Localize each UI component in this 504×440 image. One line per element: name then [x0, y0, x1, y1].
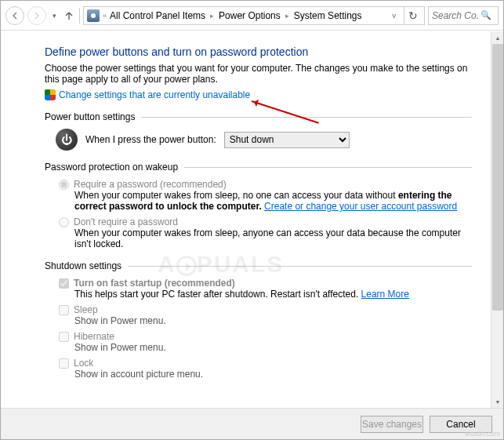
overflow-chevron-icon[interactable]: «: [103, 12, 107, 20]
chevron-right-icon: ▸: [284, 12, 291, 20]
require-password-label: Require a password (recommended): [74, 179, 227, 190]
location-icon: [87, 9, 100, 22]
power-button-label: When I press the power button:: [85, 134, 216, 145]
lock-description: Show in account picture menu.: [74, 369, 472, 380]
content-area: AA PUALSPUALS Define power buttons and t…: [1, 31, 503, 408]
page-description: Choose the power settings that you want …: [45, 63, 472, 85]
address-bar[interactable]: « All Control Panel Items ▸ Power Option…: [83, 6, 425, 25]
breadcrumb-segment[interactable]: All Control Panel Items: [110, 10, 205, 21]
fast-startup-label: Turn on fast startup (recommended): [74, 278, 235, 289]
up-button[interactable]: [62, 7, 76, 24]
change-settings-link[interactable]: Change settings that are currently unava…: [59, 89, 250, 100]
section-title: Shutdown settings: [45, 260, 121, 271]
chevron-right-icon: ▸: [208, 12, 216, 20]
breadcrumb-segment[interactable]: Power Options: [219, 10, 281, 21]
forward-button[interactable]: [27, 6, 46, 25]
page-title: Define power buttons and turn on passwor…: [45, 45, 472, 58]
fast-startup-description: This helps start your PC faster after sh…: [74, 289, 472, 300]
require-password-description: When your computer wakes from sleep, no …: [74, 190, 472, 212]
sleep-checkbox[interactable]: [59, 305, 69, 315]
hibernate-label: Hibernate: [74, 331, 114, 342]
section-title: Power button settings: [45, 111, 135, 122]
lock-label: Lock: [74, 358, 93, 369]
require-password-radio[interactable]: [59, 180, 69, 190]
dialog-footer: Save changes Cancel: [1, 408, 503, 439]
separator: [79, 8, 80, 24]
hibernate-description: Show in Power menu.: [74, 342, 472, 353]
control-panel-window: ▾ « All Control Panel Items ▸ Power Opti…: [0, 0, 504, 440]
no-password-radio[interactable]: [59, 217, 69, 227]
sleep-description: Show in Power menu.: [74, 315, 472, 326]
password-protection-section: Password protection on wakeup Require a …: [45, 162, 472, 249]
sleep-label: Sleep: [74, 304, 98, 315]
back-button[interactable]: [5, 6, 24, 25]
search-icon[interactable]: 🔍: [480, 10, 491, 20]
create-password-link[interactable]: Create or change your user account passw…: [264, 201, 457, 212]
breadcrumb-segment[interactable]: System Settings: [294, 10, 362, 21]
recent-dropdown-icon[interactable]: ▾: [49, 12, 59, 20]
section-title: Password protection on wakeup: [45, 162, 178, 173]
save-button[interactable]: Save changes: [361, 416, 423, 433]
search-box[interactable]: 🔍: [428, 6, 499, 25]
power-button-dropdown[interactable]: Shut down: [224, 132, 350, 148]
uac-shield-icon: [45, 89, 56, 100]
no-password-label: Don't require a password: [74, 216, 178, 227]
refresh-button[interactable]: ↻: [404, 7, 421, 24]
fast-startup-checkbox[interactable]: [59, 278, 69, 289]
hibernate-checkbox[interactable]: [59, 332, 69, 342]
power-icon: ⏻: [56, 129, 78, 151]
learn-more-link[interactable]: Learn More: [361, 289, 409, 300]
address-dropdown-icon[interactable]: v: [390, 12, 400, 20]
source-watermark: wsxdn.com: [465, 430, 500, 438]
power-button-section: Power button settings ⏻ When I press the…: [45, 111, 472, 151]
navigation-toolbar: ▾ « All Control Panel Items ▸ Power Opti…: [1, 1, 503, 31]
search-input[interactable]: [432, 10, 479, 21]
no-password-description: When your computer wakes from sleep, any…: [74, 227, 472, 249]
shutdown-settings-section: Shutdown settings Turn on fast startup (…: [45, 260, 472, 380]
lock-checkbox[interactable]: [59, 358, 69, 369]
